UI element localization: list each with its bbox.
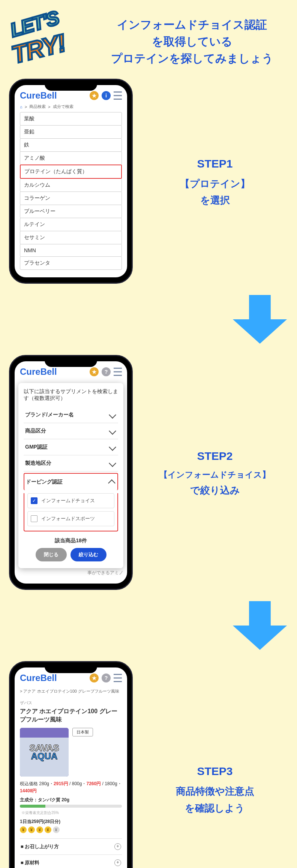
filter-row[interactable]: ブランド/メーカー名: [24, 407, 118, 423]
filter-row[interactable]: 製造地区分: [24, 455, 118, 471]
hero-title: インフォームドチョイス認証 を取得している プロテインを探してみましょう: [96, 16, 288, 67]
ingredient-list: 葉酸亜鉛鉄アミノ酸プロテイン（たんぱく質）カルシウムコラーゲンブルーベリールテイ…: [15, 112, 127, 277]
ingredient-item[interactable]: 鉄: [20, 138, 122, 152]
yen-icon: ¥: [45, 826, 51, 833]
breadcrumb: ⌂ > 商品検索 > 成分で検索: [15, 104, 127, 112]
apply-filter-button[interactable]: 絞り込む: [70, 548, 106, 561]
ingredient-item[interactable]: セサミン: [20, 231, 122, 244]
step2-caption: STEP2 【インフォームドチョイス】 で絞り込み: [142, 446, 288, 498]
filter-option[interactable]: ✓インフォームドチョイス: [27, 493, 114, 508]
ingredient-item[interactable]: NMN: [20, 244, 122, 257]
help-icon[interactable]: ?: [102, 673, 111, 682]
plus-icon: +: [114, 843, 121, 850]
filter-row[interactable]: 商品区分: [24, 423, 118, 439]
price-info: 税込価格 280g・2915円 / 800g・7260円 / 1800g・144…: [20, 780, 122, 795]
cost-rating: ¥ ¥ ¥ ¥ ¥: [20, 826, 122, 833]
checkbox[interactable]: ✓: [31, 497, 38, 504]
app-brand[interactable]: CureBell: [20, 367, 57, 377]
per-day-cost: 1日当259円(28日分): [20, 819, 122, 825]
yen-icon: ¥: [28, 826, 35, 833]
ingredient-item[interactable]: カルシウム: [20, 178, 122, 192]
ingredient-item[interactable]: プラセンタ: [20, 256, 122, 270]
filter-row[interactable]: ドーピング認証: [24, 473, 118, 490]
doping-options: ✓インフォームドチョイスインフォームドスポーツ: [24, 493, 118, 531]
app-brand[interactable]: CureBell: [20, 90, 57, 101]
plus-icon: +: [114, 859, 121, 866]
phone-notch: [45, 81, 97, 91]
product-name: アクア ホエイプロテイン100 グレープフルーツ風味: [20, 707, 122, 724]
chevron-down-icon: [109, 427, 116, 435]
accordion-row[interactable]: ■ 原材料+: [20, 855, 122, 868]
made-in-badge: 日本製: [72, 728, 93, 736]
chevron-down-icon: [109, 459, 116, 467]
phone-step1: CureBell ★ i ⌂ > 商品検索 > 成分で検索 葉酸亜鉛鉄アミノ酸プ…: [9, 79, 133, 284]
product-image: SAVAS AQUA: [20, 728, 69, 777]
ingredient-item[interactable]: プロテイン（たんぱく質）: [20, 165, 122, 179]
ingredient-item[interactable]: コラーゲン: [20, 192, 122, 205]
phone-notch: [45, 357, 97, 367]
medal-icon[interactable]: ★: [90, 91, 99, 100]
nutrition-note: ※栄養素充足割合25%: [21, 811, 59, 815]
close-button[interactable]: 閉じる: [36, 548, 67, 561]
filter-row[interactable]: GMP認証: [24, 439, 118, 455]
ingredient-item[interactable]: ルテイン: [20, 218, 122, 231]
info-icon[interactable]: i: [102, 91, 111, 100]
modal-title: 以下に該当するサプリメントを検索します（複数選択可）: [24, 388, 118, 402]
hamburger-icon[interactable]: [114, 91, 122, 100]
medal-icon[interactable]: ★: [90, 367, 99, 376]
help-icon[interactable]: ?: [102, 367, 111, 376]
checkbox[interactable]: [31, 515, 38, 522]
breadcrumb: > アクア ホエイプロテイン100 グレープフルーツ風味: [15, 686, 127, 696]
ingredient-item[interactable]: 亜鉛: [20, 125, 122, 139]
yen-icon-inactive: ¥: [53, 826, 60, 833]
medal-icon[interactable]: ★: [90, 673, 99, 682]
ingredient-item[interactable]: ブルーベリー: [20, 205, 122, 218]
step1-caption: STEP1 【プロテイン】 を選択: [142, 154, 288, 208]
phone-step3: CureBell ★ ? > アクア ホエイプロテイン100 グレープフルーツ風…: [9, 661, 133, 868]
home-icon[interactable]: ⌂: [20, 105, 22, 109]
chevron-up-icon: [108, 479, 116, 487]
accordion-row[interactable]: ■ お召し上がり方+: [20, 838, 122, 855]
ingredient-item[interactable]: アミノ酸: [20, 151, 122, 165]
app-brand[interactable]: CureBell: [20, 673, 57, 683]
phone-notch: [45, 663, 97, 673]
hamburger-icon[interactable]: [114, 368, 122, 376]
phone-step2: CureBell ★ ? 以下に該当するサプリメントを検索します（複数選択可） …: [9, 355, 133, 590]
arrow-down-icon: [232, 601, 288, 650]
background-text: 事ができるアミノ: [15, 568, 127, 584]
step3-caption: STEP3 商品特徴や注意点 を確認しよう: [142, 762, 288, 816]
filter-option[interactable]: インフォームドスポーツ: [27, 511, 114, 526]
yen-icon: ¥: [36, 826, 43, 833]
nutrition-bar: [20, 805, 122, 808]
lets-try-graphic: LET'S TRY!: [9, 15, 92, 67]
hamburger-icon[interactable]: [114, 674, 122, 682]
chevron-down-icon: [109, 411, 116, 419]
chevron-down-icon: [109, 443, 116, 451]
main-component: 主成分：タンパク質 20g: [20, 797, 122, 803]
ingredient-item[interactable]: 葉酸: [20, 112, 122, 126]
product-brand: ザバス: [20, 700, 122, 706]
result-count: 該当商品18件: [24, 537, 118, 544]
arrow-down-icon: [232, 295, 288, 344]
yen-icon: ¥: [20, 826, 27, 833]
filter-modal: 以下に該当するサプリメントを検索します（複数選択可） ブランド/メーカー名商品区…: [18, 383, 123, 568]
